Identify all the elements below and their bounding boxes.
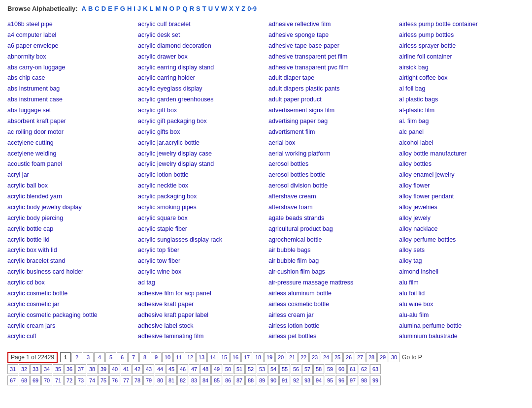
list-item[interactable]: agrochemical bottle [268,235,394,246]
alpha-link-s[interactable]: S [196,5,200,12]
list-item[interactable]: acrylic drawer box [138,52,264,63]
alpha-link-c[interactable]: C [95,5,99,12]
page-button[interactable]: 37 [75,364,86,374]
page-button[interactable]: 24 [321,352,332,362]
page-button[interactable]: 72 [64,376,75,385]
list-item[interactable]: acrylic cosmetic bottle [7,288,133,299]
page-button[interactable]: 99 [370,376,381,385]
list-item[interactable]: alu film [399,278,525,288]
list-item[interactable]: airless cream jar [268,310,394,321]
page-button[interactable]: 51 [234,364,245,374]
page-button[interactable]: 69 [30,376,41,385]
page-button[interactable]: 82 [177,376,188,385]
alpha-link-d[interactable]: D [101,5,106,12]
list-item[interactable]: acetylene cutting [7,138,133,149]
page-button[interactable]: 3 [83,352,94,362]
list-item[interactable]: acrylic diamond decoration [138,41,264,52]
page-button[interactable]: 35 [53,364,64,374]
list-item[interactable]: a4 computer label [7,30,133,41]
alpha-link-i[interactable]: I [133,5,135,12]
list-item[interactable]: acryl jar [7,170,133,181]
page-button[interactable]: 77 [121,376,132,385]
alpha-link-n[interactable]: N [163,5,167,12]
list-item[interactable]: acrylic square box [138,213,264,224]
page-button[interactable]: 15 [219,352,230,362]
page-button[interactable]: 80 [155,376,166,385]
page-button[interactable]: 96 [336,376,347,385]
list-item[interactable]: al plastic bags [399,94,525,105]
list-item[interactable]: abnormity box [7,52,133,63]
page-button[interactable]: 56 [291,364,301,374]
list-item[interactable]: alloy tag [399,256,525,267]
page-button[interactable]: 43 [143,364,154,374]
page-button[interactable]: 55 [279,364,290,374]
alpha-link-u[interactable]: U [208,5,213,12]
list-item[interactable]: aerial box [268,138,394,149]
alpha-link-h[interactable]: H [127,5,132,12]
alpha-link-w[interactable]: W [221,5,227,12]
page-button[interactable]: 75 [98,376,109,385]
page-button[interactable]: 49 [211,364,222,374]
page-button[interactable]: 52 [245,364,256,374]
page-button[interactable]: 40 [109,364,120,374]
list-item[interactable]: acrylic cream jars [7,321,133,332]
page-button[interactable]: 57 [302,364,313,374]
list-item[interactable]: advertisment film [268,127,394,138]
page-button[interactable]: 38 [87,364,98,374]
list-item[interactable]: acrylic cosmetic packaging bottle [7,310,133,321]
page-button[interactable]: 83 [189,376,200,385]
list-item[interactable]: aerial working platform [268,149,394,159]
alpha-link-x[interactable]: X [229,5,233,12]
page-button[interactable]: 85 [211,376,222,385]
list-item[interactable]: adult diaper tape [268,73,394,84]
list-item[interactable]: acrylic gift packaging box [138,116,264,127]
page-button[interactable]: 26 [343,352,354,362]
page-button[interactable]: 47 [189,364,200,374]
list-item[interactable]: alloy sets [399,245,525,256]
alpha-link-r[interactable]: R [190,5,194,12]
list-item[interactable]: adhesive kraft paper label [138,310,264,321]
list-item[interactable]: agate beads strands [268,213,394,224]
list-item[interactable]: acrylic jar.acrylic bottle [138,138,264,149]
list-item[interactable]: acrylic top fiber [138,245,264,256]
page-button[interactable]: 70 [41,376,52,385]
page-button[interactable]: 29 [377,352,388,362]
page-button[interactable]: 46 [177,364,188,374]
page-button[interactable]: 39 [98,364,109,374]
list-item[interactable]: agricultural product bag [268,224,394,235]
page-button[interactable]: 63 [370,364,381,374]
list-item[interactable]: alloy bottles [399,159,525,170]
list-item[interactable]: acrylic smoking pipes [138,202,264,213]
page-button[interactable]: 31 [7,364,18,374]
page-button[interactable]: 60 [336,364,347,374]
alpha-link-e[interactable]: E [108,5,112,12]
list-item[interactable]: air-cushion film bags [268,267,394,278]
list-item[interactable]: alu wine box [399,299,525,310]
list-item[interactable]: ac rolling door motor [7,127,133,138]
page-button[interactable]: 84 [200,376,211,385]
list-item[interactable]: acrylic wine box [138,267,264,278]
list-item[interactable]: airtight coffee box [399,73,525,84]
alpha-link-m[interactable]: M [155,5,161,12]
page-button[interactable]: 71 [53,376,64,385]
alpha-link-g[interactable]: G [120,5,125,12]
list-item[interactable]: alloy jewely [399,213,525,224]
alpha-link-k[interactable]: K [143,5,147,12]
page-button[interactable]: 53 [257,364,267,374]
list-item[interactable]: alloy bottle manufacturer [399,149,525,159]
list-item[interactable]: abs instrument case [7,94,133,105]
list-item[interactable]: acrylic staple fiber [138,224,264,235]
list-item[interactable]: acrylic cd box [7,278,133,288]
list-item[interactable]: al. film bag [399,116,525,127]
list-item[interactable]: almond inshell [399,267,525,278]
page-button[interactable]: 5 [105,352,116,362]
list-item[interactable]: alc panel [399,127,525,138]
page-button[interactable]: 48 [200,364,211,374]
list-item[interactable]: acrylic business card holder [7,267,133,278]
page-button[interactable]: 74 [87,376,98,385]
list-item[interactable]: advertisement signs film [268,105,394,116]
page-button[interactable]: 86 [223,376,233,385]
list-item[interactable]: abs luggage set [7,105,133,116]
list-item[interactable]: acrylic blended yarn [7,191,133,202]
page-button[interactable]: 1 [60,352,71,362]
